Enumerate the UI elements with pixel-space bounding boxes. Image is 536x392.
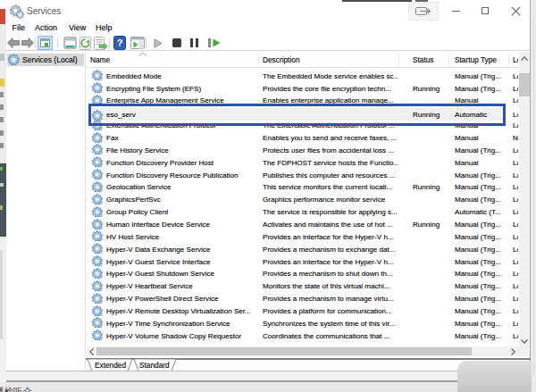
svg-text:?: ? [117, 38, 123, 48]
